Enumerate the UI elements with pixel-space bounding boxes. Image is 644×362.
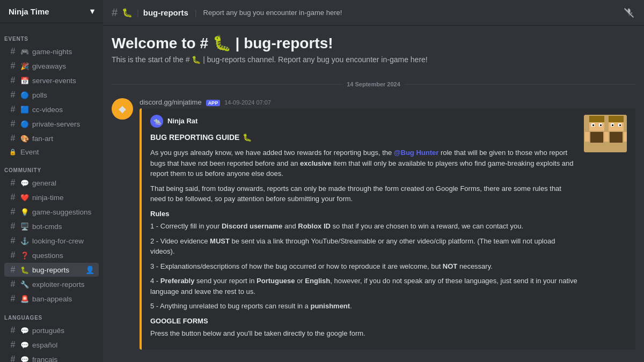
channel-emoji-espanol: 💬 xyxy=(20,341,29,349)
svg-rect-3 xyxy=(589,116,604,122)
card-title: BUG REPORTING GUIDE 🐛 xyxy=(150,132,577,143)
channel-label-fan-art: fan-art xyxy=(32,135,53,143)
channel-emoji-exploiter-reports: 🔧 xyxy=(20,280,29,289)
app-badge: APP xyxy=(206,100,221,106)
channel-label-giveaways: giveaways xyxy=(32,62,66,70)
channel-item-exploiter-reports[interactable]: #🔧exploiter-reports xyxy=(4,277,99,291)
channel-item-francais[interactable]: #💬français xyxy=(4,352,99,362)
date-label: 14 September 2024 xyxy=(347,81,400,87)
channel-item-cc-videos[interactable]: #🟦cc-videos xyxy=(4,102,99,116)
card-top: 🐀 Ninja Rat BUG REPORTING GUIDE 🐛 As you… xyxy=(150,115,627,343)
channel-label-ninja-time: ninja-time xyxy=(32,194,64,202)
category-community: COMMUNITY#💬general#❤️ninja-time#💡game-su… xyxy=(0,159,103,306)
channel-label-looking-for-crew: looking-for-crew xyxy=(32,237,84,245)
svg-rect-7 xyxy=(600,124,602,126)
server-header[interactable]: Ninja Time ▾ xyxy=(0,0,103,23)
channel-emoji-questions: ❓ xyxy=(20,252,29,260)
channel-hash-cc-videos: # xyxy=(9,105,17,114)
channel-emoji-polls: 🔵 xyxy=(20,91,29,99)
server-name: Ninja Time xyxy=(9,7,49,16)
card-author: 🐀 Ninja Rat xyxy=(150,115,577,128)
category-languages: LANGUAGES#💬português#💬español#💬français xyxy=(0,306,103,362)
channel-item-ninja-time[interactable]: #❤️ninja-time xyxy=(4,190,99,204)
channel-emoji-private-servers: 🔵 xyxy=(20,120,29,128)
svg-rect-9 xyxy=(585,132,589,142)
svg-rect-8 xyxy=(590,132,603,143)
divider-line-right xyxy=(405,84,635,85)
channel-hash-portugues: # xyxy=(9,326,17,335)
channel-label-ban-appeals: ban-appeals xyxy=(32,295,72,303)
channel-hash-ban-appeals: # xyxy=(9,294,17,304)
channel-item-Event[interactable]: 🔒Event xyxy=(4,146,99,158)
channel-emoji-bot-cmds: 🖥️ xyxy=(20,223,29,231)
rule-5: 5 - Anything unrelated to bug reports ca… xyxy=(150,301,577,312)
mute-button[interactable] xyxy=(623,6,635,19)
channel-emoji-francais: 💬 xyxy=(20,356,29,363)
channel-item-server-events[interactable]: #📅server-events xyxy=(4,73,99,87)
channel-item-private-servers[interactable]: #🔵private-servers xyxy=(4,117,99,131)
rule-1: 1 - Correctly fill in your Discord usern… xyxy=(150,221,577,232)
channel-item-ban-appeals[interactable]: #🚨ban-appeals xyxy=(4,292,99,306)
channel-item-game-nights[interactable]: #🎮game-nights xyxy=(4,45,99,58)
category-header-events: EVENTS xyxy=(0,27,103,44)
channel-hash-game-suggestions: # xyxy=(9,207,17,217)
divider-line-left xyxy=(112,84,342,85)
bug-report-card: 🐀 Ninja Rat BUG REPORTING GUIDE 🐛 As you… xyxy=(140,108,635,350)
channel-item-portugues[interactable]: #💬português xyxy=(4,323,99,337)
channel-hash-private-servers: # xyxy=(9,119,17,129)
svg-rect-6 xyxy=(592,124,594,126)
svg-rect-17 xyxy=(610,132,623,143)
channel-item-questions[interactable]: #❓questions xyxy=(4,248,99,262)
rule-2: 2 - Video evidence MUST be sent via a li… xyxy=(150,236,577,257)
channel-item-bug-reports[interactable]: #🐛bug-reports👤 xyxy=(4,263,99,277)
channel-emoji-ban-appeals: 🚨 xyxy=(20,295,29,303)
channel-emoji-fan-art: 🎨 xyxy=(20,135,29,143)
message-group-system: ◆ discord.gg/ninjatime APP 14-09-2024 07… xyxy=(103,96,644,358)
svg-rect-19 xyxy=(624,132,627,142)
category-events: EVENTS#🎮game-nights#🎉giveaways#📅server-e… xyxy=(0,27,103,158)
channel-item-giveaways[interactable]: #🎉giveaways xyxy=(4,59,99,73)
channel-item-polls[interactable]: #🔵polls xyxy=(4,88,99,102)
channel-hash-ninja-time: # xyxy=(9,193,17,202)
server-dropdown-icon[interactable]: ▾ xyxy=(90,6,94,16)
channel-hash-general: # xyxy=(9,178,17,188)
channel-item-general[interactable]: #💬general xyxy=(4,176,99,190)
welcome-prefix: Welcome to # 🐛 | bug-reports! xyxy=(112,34,333,52)
channel-emoji-ninja-time: ❤️ xyxy=(20,194,29,202)
channel-item-espanol[interactable]: #💬español xyxy=(4,338,99,352)
card-title-emoji: 🐛 xyxy=(243,132,252,143)
channel-label-portugues: português xyxy=(32,327,64,335)
channel-emoji-server-events: 📅 xyxy=(20,77,29,85)
channel-label-questions: questions xyxy=(32,252,63,260)
channel-emoji-cc-videos: 🟦 xyxy=(20,106,29,114)
channel-emoji-general: 💬 xyxy=(20,179,29,187)
channel-hash-server-events: # xyxy=(9,76,17,85)
messages-area: Welcome to # 🐛 | bug-reports! This is th… xyxy=(103,26,644,362)
channel-label-bug-reports: bug-reports xyxy=(32,266,69,274)
channel-hash-icon: # xyxy=(112,6,118,19)
exclusive-text: exclusive xyxy=(300,159,332,167)
card-para2: That being said, from today onwards, rep… xyxy=(150,183,577,204)
category-header-community: COMMUNITY xyxy=(0,159,103,175)
system-timestamp: 14-09-2024 07:07 xyxy=(224,99,271,106)
rules-title: Rules xyxy=(150,209,577,219)
welcome-title: Welcome to # 🐛 | bug-reports! xyxy=(112,34,635,52)
channel-item-game-suggestions[interactable]: #💡game-suggestions xyxy=(4,205,99,219)
channel-emoji-giveaways: 🎉 xyxy=(20,62,29,70)
channel-emoji-game-nights: 🎮 xyxy=(20,48,29,56)
channel-label-francais: français xyxy=(32,356,57,363)
channel-label-private-servers: private-servers xyxy=(32,120,80,128)
channel-label-cc-videos: cc-videos xyxy=(32,106,63,114)
channel-hash-questions: # xyxy=(9,250,17,260)
channel-add-icon-bug-reports[interactable]: 👤 xyxy=(85,265,94,274)
channel-item-bot-cmds[interactable]: #🖥️bot-cmds xyxy=(4,219,99,233)
channel-hash-espanol: # xyxy=(9,340,17,350)
channel-item-looking-for-crew[interactable]: #⚓looking-for-crew xyxy=(4,234,99,248)
sidebar: Ninja Time ▾ EVENTS#🎮game-nights#🎉giveaw… xyxy=(0,0,103,362)
system-message: ◆ discord.gg/ninjatime APP 14-09-2024 07… xyxy=(112,98,635,352)
channel-hash-looking-for-crew: # xyxy=(9,236,17,246)
welcome-subtitle: This is the start of the # 🐛 | bug-repor… xyxy=(112,55,635,64)
channel-label-game-suggestions: game-suggestions xyxy=(32,208,91,216)
channel-item-fan-art[interactable]: #🎨fan-art xyxy=(4,131,99,145)
google-forms-title: GOOGLE FORMS xyxy=(150,316,577,327)
